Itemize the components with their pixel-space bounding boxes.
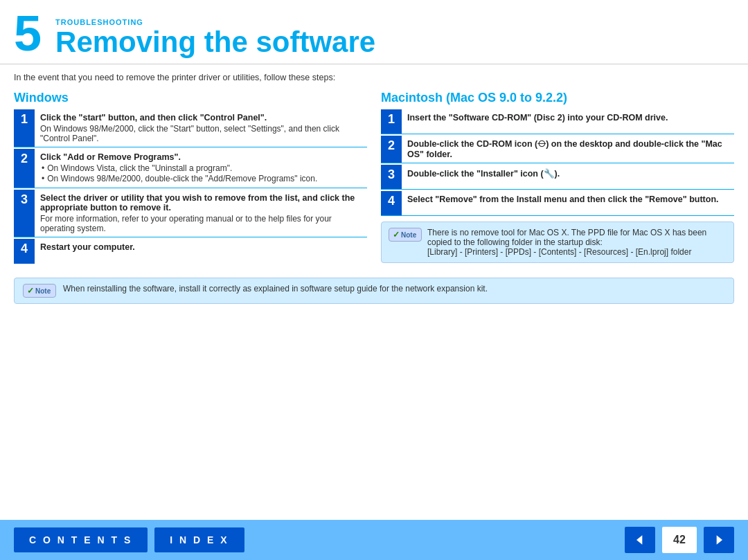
page-title: Removing the software (55, 26, 375, 58)
index-button[interactable]: I N D E X (154, 527, 244, 552)
bottom-note-icon-label: Note (35, 287, 51, 295)
next-page-button[interactable] (704, 527, 734, 553)
step-2-main: Click "Add or Remove Programs". (40, 152, 362, 162)
step-3-main: Select the driver or utility that you wi… (40, 193, 362, 213)
mac-note-icon: ✓ Note (389, 228, 422, 242)
bullet-item: •On Windows Vista, click the "Uninstall … (42, 163, 362, 173)
step-1-content: Click the "start" button, and then click… (35, 109, 367, 147)
mac-step-2-main: Double-click the CD-ROM icon (⦵) on the … (407, 139, 729, 159)
step-4-content: Restart your computer. (35, 239, 367, 264)
mac-step-1: 1 Insert the "Software CD-ROM" (Disc 2) … (381, 109, 734, 134)
mac-step-4-content: Select "Remove" from the Install menu an… (402, 191, 734, 215)
footer-left: C O N T E N T S I N D E X (14, 527, 244, 552)
mac-note-box: ✓ Note There is no remove tool for Mac O… (381, 222, 734, 263)
step-3-content: Select the driver or utility that you wi… (35, 190, 367, 237)
intro-text: In the event that you need to remove the… (14, 73, 734, 82)
macintosh-column: Macintosh (Mac OS 9.0 to 9.2.2) 1 Insert… (381, 91, 734, 265)
windows-step-4: 4 Restart your computer. (14, 239, 367, 264)
mac-step-2-number: 2 (381, 136, 402, 163)
previous-icon (633, 533, 647, 547)
category-label: TROUBLESHOOTING (55, 18, 375, 26)
note-icon-label: Note (401, 231, 416, 239)
contents-button[interactable]: C O N T E N T S (14, 527, 148, 552)
mac-step-2-content: Double-click the CD-ROM icon (⦵) on the … (402, 136, 734, 163)
footer: C O N T E N T S I N D E X 42 (0, 520, 748, 560)
step-4-main: Restart your computer. (40, 242, 362, 252)
bullet-item: •On Windows 98/Me/2000, double-click the… (42, 174, 362, 183)
next-icon (712, 533, 726, 547)
header-text: TROUBLESHOOTING Removing the software (55, 18, 375, 58)
step-2-number: 2 (14, 149, 35, 188)
two-columns: Windows 1 Click the "start" button, and … (14, 91, 734, 265)
step-2-content: Click "Add or Remove Programs". •On Wind… (35, 149, 367, 188)
previous-page-button[interactable] (625, 527, 655, 553)
mac-step-3-content: Double-click the "Installer" icon (🔧). (402, 165, 734, 189)
windows-title: Windows (14, 91, 367, 105)
step-1-main: Click the "start" button, and then click… (40, 113, 362, 123)
mac-step-3-number: 3 (381, 165, 402, 189)
step-3-sub: For more information, refer to your oper… (40, 214, 362, 233)
mac-step-4-number: 4 (381, 191, 402, 215)
bottom-note: ✓ Note When reinstalling the software, i… (14, 278, 734, 304)
chapter-number: 5 (14, 8, 42, 58)
bottom-note-text: When reinstalling the software, install … (63, 284, 488, 293)
step-1-sub: On Windows 98/Me/2000, click the "Start"… (40, 124, 362, 143)
mac-step-1-number: 1 (381, 109, 402, 134)
bottom-note-icon: ✓ Note (23, 284, 56, 298)
macintosh-title: Macintosh (Mac OS 9.0 to 9.2.2) (381, 91, 734, 105)
mac-step-2: 2 Double-click the CD-ROM icon (⦵) on th… (381, 136, 734, 163)
footer-right: 42 (625, 527, 734, 553)
page-number: 42 (662, 527, 697, 553)
windows-step-3: 3 Select the driver or utility that you … (14, 190, 367, 237)
svg-marker-0 (636, 535, 642, 544)
main-content: In the event that you need to remove the… (0, 64, 748, 271)
step-2-bullets: •On Windows Vista, click the "Uninstall … (40, 163, 362, 183)
step-3-number: 3 (14, 190, 35, 237)
mac-step-4: 4 Select "Remove" from the Install menu … (381, 191, 734, 216)
windows-column: Windows 1 Click the "start" button, and … (14, 91, 367, 265)
windows-step-2: 2 Click "Add or Remove Programs". •On Wi… (14, 149, 367, 188)
step-1-number: 1 (14, 109, 35, 147)
mac-step-3: 3 Double-click the "Installer" icon (🔧). (381, 165, 734, 190)
mac-step-1-main: Insert the "Software CD-ROM" (Disc 2) in… (407, 113, 729, 123)
note-checkmark: ✓ (393, 230, 400, 240)
bottom-note-checkmark: ✓ (27, 286, 34, 296)
mac-step-1-content: Insert the "Software CD-ROM" (Disc 2) in… (402, 109, 734, 134)
svg-marker-1 (717, 535, 722, 544)
step-4-number: 4 (14, 239, 35, 264)
page-header: 5 TROUBLESHOOTING Removing the software (0, 0, 748, 64)
windows-step-1: 1 Click the "start" button, and then cli… (14, 109, 367, 147)
mac-note-text: There is no remove tool for Mac OS X. Th… (427, 228, 727, 257)
mac-step-3-main: Double-click the "Installer" icon (🔧). (407, 168, 729, 179)
mac-step-4-main: Select "Remove" from the Install menu an… (407, 195, 729, 204)
